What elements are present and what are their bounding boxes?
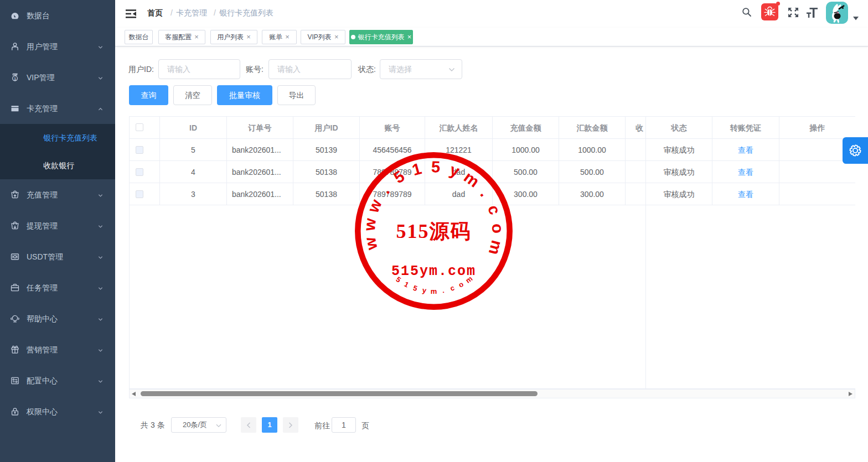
svg-text:1: 1 <box>14 76 16 81</box>
